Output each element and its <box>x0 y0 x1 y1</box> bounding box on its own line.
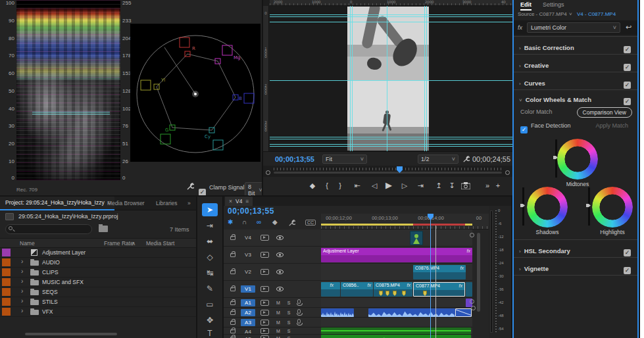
lift-button[interactable]: ↥ <box>433 180 445 191</box>
label-color-chip[interactable] <box>2 288 11 296</box>
track-header-v1[interactable]: V1 <box>224 281 321 298</box>
tab-project[interactable]: Project: 29:05:24_Hoka_Izzy\Hoka_Izzy ≡ <box>0 197 114 210</box>
column-media-start[interactable]: Media Start <box>146 240 174 247</box>
section-creative[interactable]: ›Creative ✓ <box>514 59 637 68</box>
bit-depth-dropdown[interactable]: 8 Bit˅ <box>245 182 262 195</box>
audio-clip[interactable] <box>321 308 354 317</box>
track-a2[interactable] <box>321 308 472 318</box>
track-output-eye-icon[interactable] <box>276 253 284 257</box>
solo-button[interactable]: S <box>285 310 292 315</box>
guide-line[interactable] <box>270 137 512 137</box>
source-patch-icon[interactable] <box>260 300 269 306</box>
lock-icon[interactable] <box>230 270 235 274</box>
timeline-settings-wrench-icon[interactable] <box>288 220 295 227</box>
playback-resolution-dropdown[interactable]: 1/2˅ <box>418 155 458 164</box>
audio-clip[interactable] <box>368 308 455 317</box>
graphic-clip[interactable] <box>410 231 423 245</box>
apply-match-button[interactable]: Apply Match <box>595 122 628 129</box>
guide-line[interactable] <box>270 80 512 81</box>
chevron-right-icon[interactable]: › <box>21 268 23 275</box>
track-a1[interactable] <box>321 298 472 308</box>
track-a5[interactable] <box>321 335 472 338</box>
list-item[interactable]: Adjustment Layer <box>0 248 196 258</box>
audio-clip-selected[interactable] <box>455 308 472 317</box>
pen-tool[interactable]: ✎ <box>202 282 218 295</box>
vignette-checkbox[interactable]: ✓ <box>624 262 631 274</box>
hand-tool[interactable]: ✥ <box>202 314 218 327</box>
label-color-chip[interactable] <box>2 278 11 286</box>
source-patch-icon[interactable] <box>260 269 269 275</box>
mark-out-button[interactable]: } <box>334 180 346 191</box>
tab-settings[interactable]: Settings <box>543 1 564 8</box>
track-header-a1[interactable]: A1 M S <box>224 298 321 308</box>
section-hsl-secondary[interactable]: ›HSL Secondary ✓ <box>514 244 637 253</box>
label-color-chip[interactable] <box>2 258 11 266</box>
timeline-playhead-line[interactable] <box>430 214 431 338</box>
track-v2[interactable]: C0876.MP4 fx <box>321 264 472 281</box>
track-header-a4[interactable]: A4 M S <box>224 327 321 335</box>
track-label[interactable]: A2 <box>241 309 255 316</box>
step-forward-button[interactable]: ▷ <box>399 180 410 191</box>
track-handle-circle[interactable] <box>471 306 476 310</box>
source-patch-icon[interactable] <box>260 286 269 292</box>
track-header-v4[interactable]: V4 <box>224 229 321 247</box>
music-waveform-clip[interactable] <box>321 335 471 338</box>
selection-tool[interactable]: ➤ <box>202 203 218 216</box>
guide-line[interactable] <box>270 16 512 17</box>
source-clip-label[interactable]: Source - C0877.MP4 <box>518 11 567 17</box>
adjustment-layer-clip[interactable]: Adjustment Layer fx <box>321 248 472 262</box>
timeline-timecode[interactable]: 00;00;13;55 <box>228 206 274 216</box>
track-label[interactable]: V2 <box>241 268 255 276</box>
track-handle-circle[interactable] <box>470 233 474 237</box>
guide-line[interactable] <box>270 139 512 139</box>
tab-edit[interactable]: Edit <box>520 1 532 11</box>
panel-menu-icon[interactable]: ≡ <box>245 198 249 205</box>
video-clip-c0856[interactable]: C0856.. fx <box>341 282 373 297</box>
export-frame-camera-icon[interactable] <box>461 182 470 189</box>
extract-button[interactable]: ↧ <box>446 180 458 191</box>
music-clip[interactable] <box>321 327 471 334</box>
curves-checkbox[interactable]: ✓ <box>624 76 631 89</box>
video-clip-c0875[interactable]: C0875.MP4 fx <box>374 282 412 297</box>
source-patch-icon[interactable] <box>260 328 269 334</box>
snap-magnet-icon[interactable]: ∩ <box>242 218 247 226</box>
clip-marker[interactable] <box>402 291 406 296</box>
play-button[interactable]: ▶ <box>383 180 395 191</box>
search-input[interactable] <box>5 224 92 234</box>
horizontal-scrollbar[interactable] <box>25 333 117 335</box>
scopes-settings-wrench-icon[interactable] <box>186 183 194 191</box>
tab-libraries[interactable]: Libraries <box>156 200 178 206</box>
tab-overflow-icon[interactable]: » <box>187 200 191 206</box>
fit-dropdown[interactable]: Fit˅ <box>322 155 367 164</box>
solo-button[interactable]: S <box>285 320 292 325</box>
track-output-eye-icon[interactable] <box>276 235 284 240</box>
rectangle-tool[interactable]: ▭ <box>202 298 218 311</box>
scrubber-end-handle[interactable] <box>505 170 510 175</box>
reset-effect-icon[interactable]: ↩ <box>626 23 632 32</box>
type-tool[interactable]: T <box>202 327 218 338</box>
track-a3[interactable] <box>321 318 472 327</box>
chevron-right-icon[interactable]: › <box>21 307 23 314</box>
track-output-eye-icon[interactable] <box>276 270 284 274</box>
effect-dropdown[interactable]: Lumetri Color ˅ <box>527 22 620 33</box>
creative-checkbox[interactable]: ✓ <box>624 59 631 71</box>
slip-tool[interactable]: ↹ <box>202 266 218 279</box>
guide-line[interactable] <box>270 22 512 22</box>
guide-line[interactable] <box>424 6 425 151</box>
label-color-chip[interactable] <box>2 298 11 306</box>
scrubber-start-handle[interactable] <box>266 170 270 175</box>
linked-selection-icon[interactable]: ∞ <box>257 218 261 226</box>
track-v3[interactable]: Adjustment Layer fx <box>321 247 472 264</box>
track-label[interactable]: V3 <box>241 251 255 258</box>
track-label[interactable]: A3 <box>241 319 255 326</box>
guide-line[interactable] <box>350 6 351 151</box>
mute-button[interactable]: M <box>275 320 282 325</box>
project-file-icon[interactable] <box>5 213 14 220</box>
add-button[interactable]: + <box>492 180 504 191</box>
video-clip-c0876[interactable]: C0876.MP4 fx <box>413 265 466 279</box>
track-v1[interactable]: fx C0856.. fx C0875.MP4 fx <box>321 281 472 298</box>
source-patch-icon[interactable] <box>260 320 269 326</box>
source-patch-icon[interactable] <box>260 252 269 258</box>
section-curves[interactable]: ›Curves ✓ <box>514 76 637 85</box>
track-output-eye-icon[interactable] <box>276 287 284 291</box>
